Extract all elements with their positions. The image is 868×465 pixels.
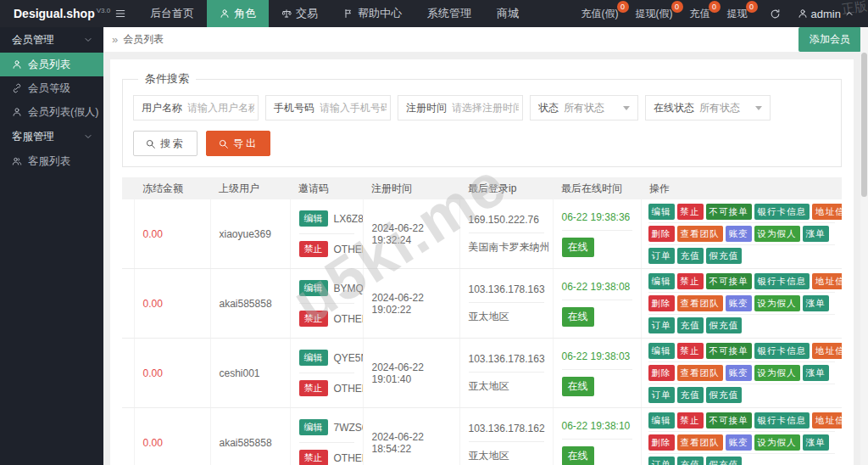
action-button[interactable]: 删除 <box>648 365 675 381</box>
action-button[interactable]: 地址信息 <box>812 412 842 429</box>
edit-invite-button[interactable]: 编辑 <box>299 350 328 366</box>
sidebar-item-0-1[interactable]: 会员等级 <box>0 76 103 100</box>
action-button[interactable]: 银行卡信息 <box>754 204 810 220</box>
action-button[interactable]: 银行卡信息 <box>754 412 810 429</box>
action-button[interactable]: 设为假人 <box>754 365 800 381</box>
action-button[interactable]: 充值 <box>677 457 704 465</box>
action-button[interactable]: 账变 <box>726 226 752 242</box>
online-status-line: 在线 <box>562 231 632 264</box>
action-button[interactable]: 充值 <box>677 317 704 333</box>
action-button[interactable]: 银行卡信息 <box>754 343 810 359</box>
action-button-row: 订单充值假充值 <box>648 315 836 336</box>
action-button[interactable]: 禁止 <box>677 273 704 289</box>
action-button[interactable]: 订单 <box>648 457 675 465</box>
action-button[interactable]: 假充值 <box>706 317 743 333</box>
action-button[interactable]: 订单 <box>648 317 675 333</box>
action-button[interactable]: 充值 <box>677 387 704 403</box>
action-button[interactable]: 地址信息 <box>812 273 842 289</box>
action-button[interactable]: 涨单 <box>803 365 829 381</box>
ban-invite-button[interactable]: 禁止 <box>299 450 328 465</box>
edit-invite-button[interactable]: 编辑 <box>299 210 328 227</box>
action-button[interactable]: 银行卡信息 <box>754 273 810 289</box>
top-nav-item-5[interactable]: 商城 <box>484 0 531 27</box>
field-input[interactable] <box>320 102 390 114</box>
sidebar-section-0[interactable]: 会员管理 <box>0 27 103 53</box>
action-button[interactable]: 查看团队 <box>677 295 723 311</box>
action-button[interactable]: 编辑 <box>648 204 675 220</box>
action-button[interactable]: 查看团队 <box>677 226 723 242</box>
scrollbar-thumb[interactable] <box>861 53 867 197</box>
status-select-4[interactable]: 在线状态所有状态 <box>645 95 771 120</box>
action-button[interactable]: 设为假人 <box>754 295 800 311</box>
top-nav-item-1[interactable]: 角色 <box>207 0 269 27</box>
register-time-cell: 2024-06-22 19:01:40 <box>363 339 459 408</box>
action-button[interactable]: 不可接单 <box>706 343 752 359</box>
action-button[interactable]: 设为假人 <box>754 434 800 451</box>
action-button[interactable]: 设为假人 <box>754 226 800 242</box>
user-menu[interactable]: admin <box>791 8 868 20</box>
menu-toggle-icon[interactable] <box>103 0 137 27</box>
ban-invite-button[interactable]: 禁止 <box>299 241 328 257</box>
action-button[interactable]: 编辑 <box>648 273 675 289</box>
action-button[interactable]: 账变 <box>726 365 752 381</box>
sidebar-item-label: 会员列表(假人) <box>28 105 98 120</box>
action-button[interactable]: 账变 <box>726 434 752 451</box>
action-button[interactable]: 禁止 <box>677 412 704 429</box>
top-nav-item-0[interactable]: 后台首页 <box>137 0 207 27</box>
top-nav-item-2[interactable]: 交易 <box>269 0 331 27</box>
top-nav-item-4[interactable]: 系统管理 <box>415 0 484 27</box>
ban-invite-button[interactable]: 禁止 <box>299 380 328 396</box>
search-button[interactable]: 搜索 <box>133 131 198 156</box>
action-button[interactable]: 不可接单 <box>706 273 752 289</box>
frozen-amount-cell: 0.00 <box>134 408 210 465</box>
action-button[interactable]: 删除 <box>648 295 675 311</box>
action-button[interactable]: 涨单 <box>803 434 829 451</box>
action-button[interactable]: 订单 <box>648 387 675 403</box>
edit-invite-button[interactable]: 编辑 <box>299 419 328 435</box>
topbar-counter-3[interactable]: 提现0 <box>727 0 748 27</box>
action-button[interactable]: 禁止 <box>677 343 704 359</box>
app-logo[interactable]: Desigual.shopV3.0 <box>0 7 103 20</box>
ban-invite-button[interactable]: 禁止 <box>299 311 328 327</box>
chevron-down-icon <box>83 132 93 142</box>
sidebar-section-1[interactable]: 客服管理 <box>0 124 103 149</box>
status-select-3[interactable]: 状态所有状态 <box>530 95 638 120</box>
add-member-button[interactable]: 添加会员 <box>798 27 861 52</box>
column-header: 邀请码 <box>290 177 363 199</box>
action-button[interactable]: 不可接单 <box>706 412 752 429</box>
topbar-counter-1[interactable]: 提现(假)0 <box>636 0 673 27</box>
topbar: Desigual.shopV3.0 后台首页角色交易帮助中心系统管理商城 充值(… <box>0 0 868 27</box>
action-button[interactable]: 涨单 <box>803 226 829 242</box>
sidebar-item-0-2[interactable]: 会员列表(假人) <box>0 100 103 124</box>
action-button[interactable]: 编辑 <box>648 343 675 359</box>
action-button-row: 删除查看团队账变设为假人涨单 <box>648 223 836 245</box>
action-button[interactable]: 编辑 <box>648 412 675 429</box>
action-button[interactable]: 地址信息 <box>812 204 842 220</box>
topbar-counter-0[interactable]: 充值(假)0 <box>581 0 619 27</box>
edit-invite-button[interactable]: 编辑 <box>299 280 328 296</box>
action-button[interactable]: 查看团队 <box>677 365 723 381</box>
action-button[interactable]: 删除 <box>648 434 675 451</box>
sidebar-item-0-0[interactable]: 会员列表 <box>0 53 103 76</box>
action-button[interactable]: 删除 <box>648 226 675 242</box>
field-input[interactable] <box>452 102 522 114</box>
action-button[interactable]: 地址信息 <box>812 343 842 359</box>
export-button[interactable]: 导出 <box>206 131 270 156</box>
field-input[interactable] <box>187 102 258 114</box>
action-button[interactable]: 禁止 <box>677 204 704 220</box>
action-button[interactable]: 充值 <box>677 248 704 264</box>
action-button[interactable]: 账变 <box>726 295 752 311</box>
sidebar-item-1-0[interactable]: 客服列表 <box>0 149 103 173</box>
action-button[interactable]: 假充值 <box>706 387 743 403</box>
action-button-row: 编辑禁止不可接单银行卡信息地址信息 <box>648 340 836 362</box>
top-nav-item-3[interactable]: 帮助中心 <box>331 0 415 27</box>
action-button[interactable]: 订单 <box>648 248 675 264</box>
topbar-counter-2[interactable]: 充值0 <box>690 0 710 27</box>
refresh-icon[interactable] <box>760 8 791 20</box>
action-button[interactable]: 假充值 <box>706 457 743 465</box>
action-button[interactable]: 查看团队 <box>677 434 723 451</box>
top-nav-item-label: 角色 <box>234 6 256 21</box>
action-button[interactable]: 假充值 <box>706 248 743 264</box>
action-button[interactable]: 涨单 <box>803 295 829 311</box>
action-button[interactable]: 不可接单 <box>706 204 752 220</box>
